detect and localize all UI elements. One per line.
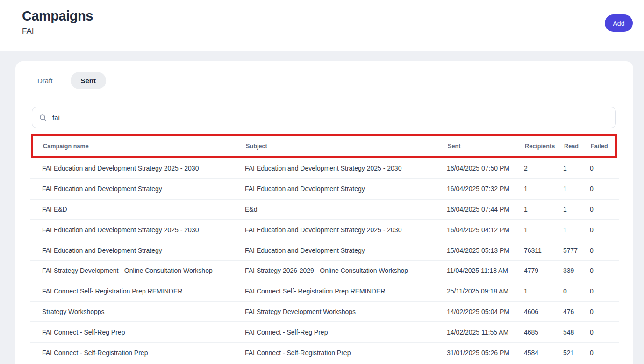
cell-sent: 14/02/2025 05:04 PM xyxy=(447,308,524,315)
cell-subject: FAI Strategy Development Workshops xyxy=(245,308,447,315)
cell-recipients: 4584 xyxy=(524,349,563,357)
cell-read: 1 xyxy=(563,164,590,172)
cell-recipients: 76311 xyxy=(524,247,563,254)
cell-sent: 16/04/2025 04:12 PM xyxy=(447,226,524,234)
tab-sent[interactable]: Sent xyxy=(71,72,107,89)
cell-campaign-name: FAI Education and Development Strategy 2… xyxy=(42,226,245,234)
cell-sent: 25/11/2025 09:18 AM xyxy=(447,287,524,295)
cell-subject: FAI Education and Development Strategy xyxy=(245,247,447,254)
search-input[interactable] xyxy=(52,114,609,121)
cell-failed: 0 xyxy=(590,328,618,336)
search-icon xyxy=(39,114,47,122)
cell-subject: FAI Education and Development Strategy xyxy=(245,185,447,193)
cell-failed: 0 xyxy=(590,267,618,274)
cell-failed: 0 xyxy=(590,206,618,213)
cell-subject: FAI Strategy 2026-2029 - Online Consulta… xyxy=(245,267,447,274)
cell-recipients: 1 xyxy=(524,226,563,234)
column-header-read[interactable]: Read xyxy=(564,143,591,150)
tab-bar: Draft Sent xyxy=(30,71,106,90)
cell-read: 5777 xyxy=(563,247,590,254)
cell-campaign-name: FAI Strategy Development - Online Consul… xyxy=(42,267,245,274)
cell-sent: 16/04/2025 07:44 PM xyxy=(447,206,524,213)
cell-read: 1 xyxy=(563,185,590,193)
cell-read: 339 xyxy=(563,267,590,274)
top-header-bar: Campaigns FAI Add xyxy=(0,0,644,51)
page-subtitle: FAI xyxy=(22,27,34,36)
cell-subject: FAI Connect Self- Registration Prep REMI… xyxy=(245,287,447,295)
cell-campaign-name: FAI Education and Development Strategy 2… xyxy=(42,164,245,172)
cell-campaign-name: FAI E&D xyxy=(42,206,245,213)
cell-recipients: 1 xyxy=(524,206,563,213)
cell-subject: FAI Education and Development Strategy 2… xyxy=(245,164,447,172)
search-box[interactable] xyxy=(32,107,616,128)
tab-draft[interactable]: Draft xyxy=(30,72,60,89)
table-row[interactable]: FAI Education and Development Strategy 2… xyxy=(30,220,619,240)
cell-sent: 31/01/2025 05:26 PM xyxy=(447,349,524,357)
cell-campaign-name: FAI Connect - Self-Reg Prep xyxy=(42,328,245,336)
cell-failed: 0 xyxy=(590,349,618,357)
table-row[interactable]: FAI Strategy Development - Online Consul… xyxy=(30,261,619,281)
cell-failed: 0 xyxy=(590,164,618,172)
table-row[interactable]: FAI E&DE&d16/04/2025 07:44 PM110 xyxy=(30,200,619,220)
table-row[interactable]: FAI Connect - Self-Registration PrepFAI … xyxy=(30,343,619,363)
cell-read: 476 xyxy=(563,308,590,315)
cell-failed: 0 xyxy=(590,185,618,193)
cell-campaign-name: FAI Connect - Self-Registration Prep xyxy=(42,349,245,357)
table-header-row: Campaign name Subject Sent Recipients Re… xyxy=(33,143,615,150)
table-body: FAI Education and Development Strategy 2… xyxy=(30,158,619,363)
add-button[interactable]: Add xyxy=(605,14,633,32)
cell-failed: 0 xyxy=(590,247,618,254)
cell-recipients: 1 xyxy=(524,185,563,193)
campaigns-card: Draft Sent Campaign name Subject Sent Re… xyxy=(15,61,633,364)
cell-recipients: 4606 xyxy=(524,308,563,315)
cell-subject: FAI Connect - Self-Reg Prep xyxy=(245,328,447,336)
table-row[interactable]: FAI Connect Self- Registration Prep REMI… xyxy=(30,281,619,302)
table-header-row-annotation: Campaign name Subject Sent Recipients Re… xyxy=(31,134,617,158)
cell-sent: 16/04/2025 07:50 PM xyxy=(447,164,524,172)
cell-sent: 14/02/2025 11:55 AM xyxy=(447,328,524,336)
table-row[interactable]: FAI Education and Development Strategy 2… xyxy=(30,158,619,179)
column-header-campaign-name[interactable]: Campaign name xyxy=(43,143,246,150)
cell-sent: 15/04/2025 05:13 PM xyxy=(447,247,524,254)
page-title: Campaigns xyxy=(22,8,93,24)
cell-read: 0 xyxy=(563,287,590,295)
cell-campaign-name: FAI Connect Self- Registration Prep REMI… xyxy=(42,287,245,295)
cell-sent: 16/04/2025 07:32 PM xyxy=(447,185,524,193)
cell-sent: 11/04/2025 11:18 AM xyxy=(447,267,524,274)
table-row[interactable]: FAI Education and Development StrategyFA… xyxy=(30,179,619,200)
cell-campaign-name: Strategy Workshopps xyxy=(42,308,245,315)
cell-failed: 0 xyxy=(590,226,618,234)
cell-campaign-name: FAI Education and Development Strategy xyxy=(42,247,245,254)
table-row[interactable]: FAI Connect - Self-Reg PrepFAI Connect -… xyxy=(30,322,619,343)
cell-failed: 0 xyxy=(590,308,618,315)
column-header-sent[interactable]: Sent xyxy=(448,143,525,150)
column-header-subject[interactable]: Subject xyxy=(246,143,448,150)
cell-read: 548 xyxy=(563,328,590,336)
column-header-recipients[interactable]: Recipients xyxy=(525,143,564,150)
table-row[interactable]: FAI Education and Development StrategyFA… xyxy=(30,240,619,261)
cell-subject: FAI Education and Development Strategy 2… xyxy=(245,226,447,234)
cell-campaign-name: FAI Education and Development Strategy xyxy=(42,185,245,193)
cell-read: 1 xyxy=(563,226,590,234)
cell-recipients: 1 xyxy=(524,287,563,295)
column-header-failed[interactable]: Failed xyxy=(591,143,619,150)
cell-subject: E&d xyxy=(245,206,447,213)
tabs-divider xyxy=(30,93,619,93)
cell-read: 1 xyxy=(563,206,590,213)
table-row[interactable]: Strategy WorkshoppsFAI Strategy Developm… xyxy=(30,302,619,322)
cell-subject: FAI Connect - Self-Registration Prep xyxy=(245,349,447,357)
cell-read: 521 xyxy=(563,349,590,357)
cell-failed: 0 xyxy=(590,287,618,295)
cell-recipients: 4779 xyxy=(524,267,563,274)
cell-recipients: 4685 xyxy=(524,328,563,336)
cell-recipients: 2 xyxy=(524,164,563,172)
